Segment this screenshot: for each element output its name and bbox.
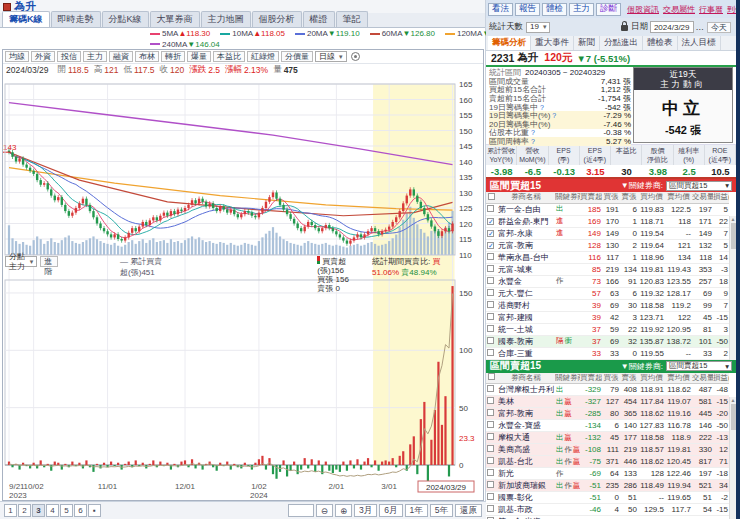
table-row[interactable]: 國泰-敦南隔衝376932135.87138.72101-50	[486, 335, 729, 347]
table-row[interactable]: 港商野村396930118.58119.2997	[486, 299, 729, 311]
reset-range-button[interactable]: 還原	[455, 504, 482, 517]
toolbar-btn-3[interactable]: 主力	[83, 51, 107, 62]
toolbar-btn-4[interactable]: 融資	[109, 51, 133, 62]
today-button[interactable]: 今天	[707, 22, 731, 33]
checkbox-unchecked[interactable]	[487, 409, 494, 416]
checkbox-unchecked[interactable]	[487, 265, 494, 272]
checkbox-icon[interactable]	[488, 373, 495, 380]
stat-days-select[interactable]: 19▾	[526, 22, 550, 33]
checkbox-unchecked[interactable]	[487, 337, 494, 344]
toolbar-btn-2[interactable]: 投信	[57, 51, 81, 62]
page-btn-6[interactable]: 6	[74, 504, 87, 517]
top-link-1[interactable]: 交易屬性	[663, 4, 695, 15]
candlestick-chart[interactable]: 1651601551501451401351301251201151101431…	[3, 76, 483, 500]
zoom-in-icon[interactable]: ⊕	[335, 504, 352, 517]
info-tab-4[interactable]: 體檢表	[643, 36, 678, 50]
info-tab-5[interactable]: 法人目標	[678, 36, 721, 50]
checkbox-unchecked[interactable]	[487, 493, 494, 500]
checkbox-unchecked[interactable]	[487, 397, 494, 404]
gear-icon[interactable]	[351, 52, 360, 61]
checkbox-unchecked[interactable]	[487, 325, 494, 332]
buy-filter-select[interactable]: 區間買超15▾	[666, 181, 732, 191]
chart-tab-2[interactable]: 分點K線	[102, 11, 149, 27]
table-row[interactable]: 元大-豐仁57636119.32128.17699	[486, 287, 729, 299]
top-link-2[interactable]: 行事曆	[699, 4, 723, 15]
date-input[interactable]: 2024/3/29	[650, 21, 694, 33]
table-row[interactable]: 富邦-建國39423123.7112245-15	[486, 311, 729, 323]
top-btn-2[interactable]: 體檢	[542, 3, 567, 16]
range-btn-0[interactable]: 3月	[354, 504, 377, 517]
toolbar-btn-10[interactable]: 分價量	[281, 51, 313, 62]
checkbox-unchecked[interactable]	[487, 445, 494, 452]
toolbar-btn-5[interactable]: 布林	[135, 51, 159, 62]
top-link-0[interactable]: 個股資訊	[627, 4, 659, 15]
select-all-header[interactable]	[486, 373, 497, 384]
checkbox-unchecked[interactable]	[487, 505, 494, 512]
zoom-out-icon[interactable]: ⊖	[316, 504, 333, 517]
toolbar-btn-0[interactable]: 均線	[5, 51, 29, 62]
range-input[interactable]	[288, 504, 314, 517]
checkbox-unchecked[interactable]	[487, 349, 494, 356]
table-row[interactable]: 摩根大通出贏-13245177118.58118.9222-13	[486, 432, 729, 444]
help-icon[interactable]: ?	[531, 138, 535, 145]
table-row[interactable]: 統一-土城375922119.92120.95813	[486, 323, 729, 335]
page-btn-3[interactable]: 3	[32, 504, 45, 517]
chart-tab-5[interactable]: 個股分析	[252, 11, 302, 27]
table-row[interactable]: 華南永昌-台中1161171118.9613411814	[486, 251, 729, 263]
table-row[interactable]: 永豐金作7316691120.83123.5525718	[486, 275, 729, 287]
table-row[interactable]: 凱基-台北出作贏-75371446118.62120.4581771	[486, 456, 729, 468]
table-row[interactable]: 美商高盛出作贏-108111219118.57119.8133012	[486, 444, 729, 456]
checkbox-unchecked[interactable]	[487, 481, 494, 488]
table-row[interactable]: 合庫-三重33330119.55--332	[486, 347, 729, 359]
checkbox-unchecked[interactable]	[487, 421, 494, 428]
checkbox-unchecked[interactable]	[487, 277, 494, 284]
range-btn-2[interactable]: 1年	[405, 504, 428, 517]
table-row[interactable]: 富邦-敦南出贏-28580365118.62119.16445-20	[486, 408, 729, 420]
checkbox-unchecked[interactable]	[487, 289, 494, 296]
toolbar-btn-1[interactable]: 外資	[31, 51, 55, 62]
table-row[interactable]: 永豐金-寶盛-1346140127.83116.78146-50	[486, 420, 729, 432]
range-btn-1[interactable]: 6月	[379, 504, 402, 517]
page-btn-2[interactable]: 2	[18, 504, 31, 517]
checkbox-icon[interactable]	[488, 193, 495, 200]
table-row[interactable]: 第一金-光復-443680122.08119.64116-10	[486, 516, 729, 519]
checkbox-unchecked[interactable]	[487, 313, 494, 320]
toolbar-btn-8[interactable]: 本益比	[213, 51, 245, 62]
table-row[interactable]: 凱基-市政-46450129.5117.754-15	[486, 504, 729, 516]
chart-tab-6[interactable]: 權證	[303, 11, 335, 27]
table-row[interactable]: 新加坡商瑞銀出作贏-51235286118.49119.9452134	[486, 480, 729, 492]
table-row[interactable]: 第一金-自由出1851916119.83122.51975	[486, 203, 729, 215]
lower-pane-select[interactable]: 分點主力▾	[5, 256, 37, 267]
sell-table-scrollbar[interactable]: ▲	[729, 397, 736, 519]
table-row[interactable]: 台灣摩根士丹利出-32979408118.91118.62487-48	[486, 384, 729, 396]
checkbox-unchecked[interactable]	[487, 205, 494, 212]
chart-tab-7[interactable]: 筆記	[336, 11, 368, 27]
select-all-header[interactable]	[486, 192, 497, 203]
table-row[interactable]: 國票-彰化-51051--119.6551-2	[486, 492, 729, 504]
top-btn-4[interactable]: 診斷	[596, 3, 621, 16]
info-tab-0[interactable]: 籌碼分析	[488, 36, 531, 50]
chart-tab-1[interactable]: 即時走勢	[51, 11, 101, 27]
info-tab-2[interactable]: 新聞	[574, 36, 600, 50]
checkbox-unchecked[interactable]	[487, 433, 494, 440]
checkbox-unchecked[interactable]	[487, 469, 494, 476]
checkbox-checked[interactable]: ✓	[487, 230, 494, 237]
help-icon[interactable]: ?	[552, 112, 556, 119]
checkbox-checked[interactable]: ✓	[487, 218, 494, 225]
info-tab-1[interactable]: 重大事件	[531, 36, 574, 50]
top-btn-0[interactable]: 看法	[488, 3, 513, 16]
table-row[interactable]: 元富-城東85219134119.81119.43353-3	[486, 263, 729, 275]
chart-tab-0[interactable]: 籌碼K線	[2, 11, 50, 27]
date-more-button[interactable]: …	[696, 22, 705, 32]
toolbar-btn-7[interactable]: 爆量	[187, 51, 211, 62]
info-tab-3[interactable]: 分點進出	[600, 36, 643, 50]
checkbox-unchecked[interactable]	[487, 301, 494, 308]
top-btn-3[interactable]: 主力	[569, 3, 594, 16]
table-row[interactable]: ✓富邦-永康進1491490119.54--1497	[486, 227, 729, 239]
scroll-thumb[interactable]	[731, 223, 736, 249]
checkbox-checked[interactable]: ✓	[487, 242, 494, 249]
table-row[interactable]: 新光作-6964133128122.46197-18	[486, 468, 729, 480]
table-row[interactable]: ✓群益金鼎-東門進1691701118.7111817122	[486, 215, 729, 227]
top-btn-1[interactable]: 報告	[515, 3, 540, 16]
chart-tab-3[interactable]: 大單券商	[150, 11, 200, 27]
